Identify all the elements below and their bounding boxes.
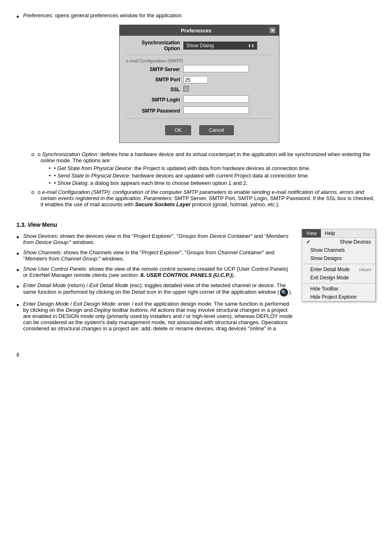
preferences-text: Preferences: opens general preferences w…: [23, 12, 376, 209]
show-ucp-content: Show User Control Panels: shows the view…: [23, 266, 293, 278]
get-state-label: Get State from Physical Device: [58, 165, 131, 171]
enter-design-label: Enter Design Mode: [23, 301, 69, 307]
ssl-value: [183, 86, 273, 93]
bullet-dot-4: •: [16, 282, 19, 297]
groups-device: Groups from Device Container: [178, 233, 251, 239]
smtp-server-label: SMTP Server: [126, 67, 183, 72]
design-italic: Design: [66, 307, 82, 313]
see-section-italic: see section: 8. USER CONTROL PANELS (U.C…: [111, 272, 232, 278]
sub-sub-show-content: Show Dialog: a dialog box appears each t…: [56, 180, 248, 186]
sub-item-sync-content: Synchronization Option: defines how a ha…: [41, 151, 376, 187]
sub-item-email-content: e-mail Configuration (SMTP): configurati…: [41, 189, 376, 207]
sync-option-select[interactable]: Show Dialog ⬆⬇: [183, 41, 257, 50]
enter-detail-mode-label: Enter Detail Mode: [23, 282, 66, 288]
project-explorer-2: Project Explorer: [142, 249, 180, 256]
view-menu-bar-help[interactable]: Help: [321, 229, 339, 237]
smtp-port-value: 25: [183, 76, 273, 83]
detail-icon: [280, 288, 288, 297]
sync-option-value[interactable]: Show Dialog ⬆⬇: [183, 41, 273, 50]
cancel-button[interactable]: Cancel: [199, 125, 233, 135]
project-explorer-1: Project Explorer: [134, 233, 171, 239]
sub-sub-item-show: • Show Dialog: a dialog box appears each…: [49, 180, 376, 186]
view-menu-bar: View Help: [302, 229, 375, 238]
sub-sub-get-content: Get State from Physical Device: the Proj…: [56, 165, 311, 171]
ok-button[interactable]: OK: [165, 125, 191, 135]
dialog-titlebar: Preferences ✕: [120, 25, 279, 36]
smtp-port-row: SMTP Port 25: [126, 76, 273, 83]
view-menu-exit-design[interactable]: Exit Design Mode: [302, 274, 375, 282]
smtp-password-row: SMTP Password: [126, 106, 273, 115]
section-heading: 1.3. View Menu: [16, 221, 376, 228]
view-menu-enter-detail[interactable]: Enter Detail Mode return: [302, 265, 375, 274]
chevron-icon: ⬆⬇: [248, 44, 254, 48]
smtp-login-label: SMTP Login: [126, 97, 183, 103]
dialog-buttons: OK Cancel: [126, 122, 273, 138]
show-devices-label: Show Devices: [23, 233, 57, 239]
enter-detail-bullet: • Enter Detail Mode (return) / Exit Deta…: [16, 282, 293, 297]
view-menu-hide-toolbar[interactable]: Hide ToolBar: [302, 285, 375, 293]
view-menu-show-designs[interactable]: Show Designs: [302, 254, 375, 263]
ssl-row: SSL: [126, 86, 273, 93]
smtp-port-input[interactable]: 25: [183, 76, 208, 83]
sub-sub-item-send: • Send State to Physical Device: hardwar…: [49, 173, 376, 179]
bullet-dot: •: [16, 12, 19, 209]
show-ucp-bullet: • Show User Control Panels: shows the vi…: [16, 266, 293, 278]
bullet-dot-2: •: [16, 249, 19, 262]
sub-sub-send-content: Send State to Physical Device: hardware …: [56, 173, 309, 179]
preferences-dialog-wrapper: Preferences ✕ Synchronization Option Sho…: [23, 25, 376, 143]
sub-item-email-marker: o: [38, 189, 41, 207]
section-menu-word: Menu: [42, 221, 58, 228]
email-section-header: e-mail Configuration (SMTP): [126, 58, 273, 63]
smtp-server-row: SMTP Server: [126, 65, 273, 74]
divider2: [126, 118, 273, 119]
sub-item-email: o e-mail Configuration (SMTP): configura…: [31, 189, 376, 207]
page-number: 8: [16, 352, 376, 358]
smtp-password-label: SMTP Password: [126, 108, 183, 114]
ssl-italic: Secure Sockets Layer: [135, 201, 191, 207]
smtp-port-label: SMTP Port: [126, 77, 183, 83]
dialog-close-button[interactable]: ✕: [269, 27, 276, 34]
sync-label: Synchronization Option: [42, 151, 97, 157]
ssl-label: SSL: [126, 87, 183, 92]
online-word: online: [41, 157, 55, 164]
ssl-bold: Secure Sockets Layer: [135, 201, 191, 207]
view-menu-show-devices[interactable]: Show Devices: [302, 238, 375, 246]
smtp-password-input[interactable]: [183, 106, 249, 114]
deploy-italic: Deploy: [94, 307, 111, 313]
sync-option-label: Synchronization Option: [126, 40, 183, 51]
sync-option-row: Synchronization Option Show Dialog ⬆⬇: [126, 40, 273, 51]
smtp-login-input[interactable]: [183, 95, 249, 103]
ssl-checkbox[interactable]: [183, 86, 189, 92]
show-dialog-label: Show Dialog: [58, 180, 88, 186]
smtp-server-input[interactable]: [183, 65, 249, 72]
section-number: 1.3.: [16, 221, 26, 228]
smtp-login-row: SMTP Login: [126, 95, 273, 104]
show-devices-content: Show Devices: shows the devices view in …: [23, 233, 293, 245]
view-menu-hide-project-explorer[interactable]: Hide Project Explorer: [302, 293, 375, 301]
preferences-bullet: • Preferences: opens general preferences…: [16, 12, 376, 209]
dialog-content: Synchronization Option Show Dialog ⬆⬇ e-…: [120, 36, 279, 143]
view-section-content: View Help Show Devices Show Channels Sho…: [16, 233, 376, 336]
preferences-label: Preferences: [23, 12, 52, 18]
view-menu-dropdown: View Help Show Devices Show Channels Sho…: [302, 229, 376, 302]
send-state-label: Send State to Physical Device: [58, 173, 129, 179]
view-menu-wrapper: View Help Show Devices Show Channels Sho…: [302, 229, 376, 302]
show-devices-bullet: • Show Devices: shows the devices view i…: [16, 233, 293, 245]
enter-detail-label: Enter Detail Mode: [310, 267, 350, 272]
show-channels-content: Show Channels: shows the Channels view i…: [23, 249, 293, 262]
sub-sub-list: • Get State from Physical Device: the Pr…: [41, 165, 376, 186]
sub-item-sync-marker: o: [38, 151, 41, 187]
detail-italic: Detail: [131, 289, 145, 295]
view-menu-divider2: [302, 283, 375, 283]
email-label: e-mail Configuration (SMTP): configurati…: [41, 189, 364, 201]
exit-design-label: Exit Design Mode:: [73, 301, 117, 307]
ucp-bold: 8. USER CONTROL PANELS: [141, 272, 212, 278]
smtp-login-value: [183, 95, 273, 104]
view-menu-bar-view[interactable]: View: [302, 229, 321, 237]
groups-channel: Groups from Channel Container: [187, 249, 262, 256]
bullet-dot-5: •: [16, 301, 19, 332]
divider: [126, 55, 273, 55]
dialog-title: Preferences: [123, 28, 269, 34]
view-menu-show-channels[interactable]: Show Channels: [302, 246, 375, 254]
enter-detail-content: Enter Detail Mode (return) / Exit Detail…: [23, 282, 293, 297]
